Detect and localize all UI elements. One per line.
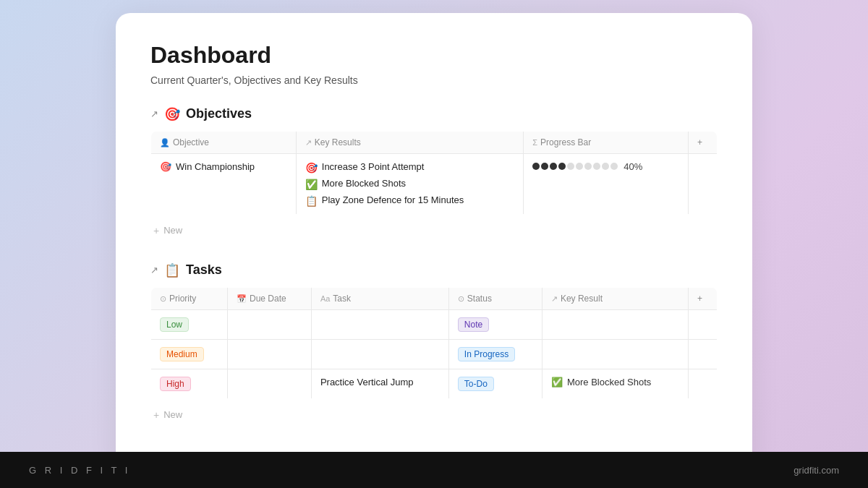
- tasks-col-status: ⊙Status: [448, 287, 542, 309]
- dot-8: [593, 163, 600, 170]
- task-kr-3: ✅ More Blocked Shots: [542, 369, 688, 398]
- tasks-col-task: AaTask: [311, 287, 448, 309]
- win-championship-icon: 🎯: [160, 161, 171, 172]
- dot-2: [541, 163, 548, 170]
- task-kr3-icon: ✅: [551, 377, 563, 388]
- objectives-arrow-icon: ↗: [150, 108, 158, 119]
- objectives-section-header: ↗ 🎯 Objectives: [150, 106, 718, 122]
- objectives-col-keyresults: ↗Key Results: [296, 131, 524, 153]
- dot-6: [576, 163, 583, 170]
- tasks-col-add: +: [689, 287, 718, 309]
- duedate-col-icon: 📅: [237, 294, 247, 303]
- objectives-table: 👤Objective ↗Key Results ΣProgress Bar +: [150, 131, 718, 215]
- dot-4: [558, 163, 566, 170]
- kr2-icon: ✅: [305, 179, 318, 190]
- objectives-section: ↗ 🎯 Objectives 👤Objective ↗Key Results Σ…: [150, 106, 718, 242]
- kr-item-3: 📋 Play Zone Defence for 15 Minutes: [305, 194, 515, 207]
- task-status-1: Note: [448, 309, 542, 339]
- page-subtitle: Current Quarter's, Objectives and Key Re…: [150, 74, 718, 86]
- objectives-col-objective: 👤Objective: [151, 131, 297, 153]
- task-kr3-label: More Blocked Shots: [567, 377, 651, 388]
- dot-7: [584, 163, 592, 170]
- tasks-section: ↗ 📋 Tasks ⊙Priority 📅Due Date AaTask: [150, 262, 718, 427]
- tasks-col-keyresult: ↗Key Result: [542, 287, 688, 309]
- task-col-icon: Aa: [320, 294, 330, 303]
- kr3-icon: 📋: [305, 195, 318, 207]
- footer: G R I D F I T I gridfiti.com: [0, 452, 868, 488]
- main-card: Dashboard Current Quarter's, Objectives …: [116, 13, 752, 476]
- progress-pct: 40%: [624, 161, 642, 172]
- objectives-col-add: +: [689, 131, 718, 153]
- keyresults-col-icon: ↗: [305, 138, 312, 147]
- add-col-icon: +: [697, 137, 702, 147]
- task-add-1: [689, 309, 718, 339]
- task-duedate-2: [227, 339, 311, 369]
- page-title: Dashboard: [150, 42, 718, 69]
- progress-cell: 40%: [524, 153, 689, 214]
- progress-bar: 40%: [532, 161, 679, 172]
- priority-badge-medium: Medium: [160, 347, 204, 361]
- footer-brand-left: G R I D F I T I: [29, 465, 130, 476]
- task-status-3: To-Do: [448, 369, 542, 398]
- dot-5: [567, 163, 574, 170]
- task-kr-item-3: ✅ More Blocked Shots: [551, 377, 679, 388]
- tasks-col-duedate: 📅Due Date: [227, 287, 311, 309]
- task-priority-1: Low: [151, 309, 228, 339]
- tasks-section-title: Tasks: [186, 262, 222, 278]
- tasks-new-row[interactable]: + New: [150, 403, 718, 427]
- kr-item-2: ✅ More Blocked Shots: [305, 178, 515, 190]
- objectives-row-1: 🎯 Win Championship 🎯 Increase 3 Point At…: [151, 153, 718, 214]
- dot-3: [550, 163, 557, 170]
- status-badge-todo: To-Do: [458, 377, 494, 391]
- task-name-2: [311, 339, 448, 369]
- task-row-3: High Practice Vertical Jump To-Do ✅ More…: [151, 369, 718, 398]
- tasks-arrow-icon: ↗: [150, 265, 158, 275]
- task-row-2: Medium In Progress: [151, 339, 718, 369]
- objectives-new-icon: +: [153, 225, 159, 236]
- objectives-new-label: New: [163, 225, 182, 236]
- task-kr-1: [542, 309, 688, 339]
- progress-col-icon: Σ: [532, 138, 537, 147]
- tasks-kr-col-icon: ↗: [551, 294, 558, 303]
- tasks-col-priority: ⊙Priority: [151, 287, 228, 309]
- objectives-section-title: Objectives: [186, 106, 252, 121]
- task-row-1: Low Note: [151, 309, 718, 339]
- tasks-section-icon: 📋: [164, 262, 180, 278]
- task-priority-3: High: [151, 369, 228, 398]
- kr1-label: Increase 3 Point Attempt: [322, 161, 425, 172]
- status-badge-inprogress: In Progress: [458, 347, 515, 361]
- priority-badge-low: Low: [160, 317, 189, 332]
- dot-9: [602, 163, 609, 170]
- task-duedate-1: [227, 309, 311, 339]
- priority-col-icon: ⊙: [160, 294, 166, 303]
- dot-10: [610, 163, 618, 170]
- kr3-label: Play Zone Defence for 15 Minutes: [322, 194, 464, 205]
- tasks-section-header: ↗ 📋 Tasks: [150, 262, 718, 278]
- tasks-table: ⊙Priority 📅Due Date AaTask ⊙Status ↗Key …: [150, 287, 718, 399]
- dot-1: [532, 163, 540, 170]
- win-championship-label: Win Championship: [176, 161, 255, 172]
- objectives-col-progress: ΣProgress Bar: [524, 131, 689, 153]
- key-results-cell: 🎯 Increase 3 Point Attempt ✅ More Blocke…: [296, 153, 524, 214]
- kr2-label: More Blocked Shots: [322, 178, 406, 189]
- status-col-icon: ⊙: [458, 294, 464, 303]
- objective-cell: 🎯 Win Championship: [151, 153, 297, 214]
- task-add-3: [689, 369, 718, 398]
- task-add-2: [689, 339, 718, 369]
- tasks-new-label: New: [163, 409, 182, 420]
- tasks-new-icon: +: [153, 409, 159, 421]
- task-name-1: [311, 309, 448, 339]
- kr-item-1: 🎯 Increase 3 Point Attempt: [305, 161, 515, 174]
- task-name-3: Practice Vertical Jump: [311, 369, 448, 398]
- task-priority-2: Medium: [151, 339, 228, 369]
- objectives-new-row[interactable]: + New: [150, 219, 718, 242]
- objective-col-icon: 👤: [160, 138, 170, 147]
- priority-badge-high: High: [160, 377, 191, 391]
- status-badge-note: Note: [458, 317, 489, 332]
- task-status-2: In Progress: [448, 339, 542, 369]
- kr1-icon: 🎯: [305, 162, 318, 174]
- footer-brand-right: gridfiti.com: [793, 465, 839, 476]
- task-duedate-3: [227, 369, 311, 398]
- objectives-section-icon: 🎯: [164, 106, 180, 122]
- task-kr-2: [542, 339, 688, 369]
